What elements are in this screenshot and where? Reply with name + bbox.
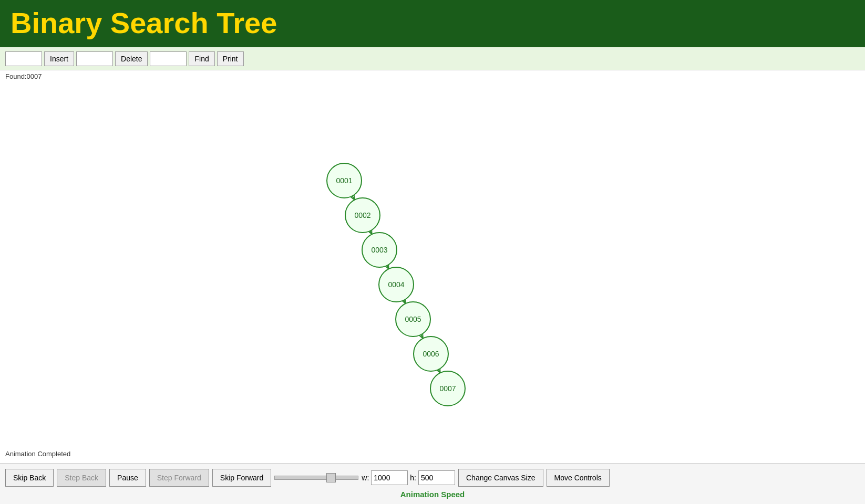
skip-forward-button[interactable]: Skip Forward <box>212 469 271 487</box>
status-bar: Found:0007 <box>0 70 865 85</box>
w-label: w: <box>362 474 369 482</box>
bottom-row1: Skip Back Step Back Pause Step Forward S… <box>5 469 860 487</box>
app-header: Binary Search Tree <box>0 0 865 47</box>
skip-back-button[interactable]: Skip Back <box>5 469 54 487</box>
svg-text:0005: 0005 <box>405 315 421 323</box>
find-input[interactable] <box>150 51 187 66</box>
svg-text:0001: 0001 <box>336 176 352 185</box>
speed-slider-container <box>274 476 358 480</box>
tree-node-n4: 0004 <box>379 267 414 302</box>
find-button[interactable]: Find <box>189 51 214 66</box>
svg-text:0003: 0003 <box>371 246 387 254</box>
insert-input[interactable] <box>5 51 42 66</box>
bst-svg: 0001000200030004000500060007 <box>0 85 865 463</box>
delete-button[interactable]: Delete <box>115 51 148 66</box>
tree-node-n7: 0007 <box>430 371 465 406</box>
toolbar: Insert Delete Find Print <box>0 47 865 70</box>
tree-node-n6: 0006 <box>414 337 448 371</box>
tree-node-n1: 0001 <box>327 163 362 198</box>
animation-speed-slider[interactable] <box>274 476 358 480</box>
move-controls-button[interactable]: Move Controls <box>547 469 610 487</box>
canvas-height-input[interactable] <box>418 470 455 485</box>
svg-text:0002: 0002 <box>354 211 370 219</box>
h-label: h: <box>410 474 416 482</box>
found-status: Found:0007 <box>5 72 42 80</box>
delete-input[interactable] <box>76 51 113 66</box>
svg-text:0007: 0007 <box>439 384 456 393</box>
canvas-size-inputs: w: h: <box>362 470 455 485</box>
svg-text:0004: 0004 <box>388 280 404 289</box>
svg-text:0006: 0006 <box>423 350 439 358</box>
canvas-area: 0001000200030004000500060007 Animation C… <box>0 85 865 463</box>
bottom-controls: Skip Back Step Back Pause Step Forward S… <box>0 463 865 504</box>
tree-node-n3: 0003 <box>362 233 397 267</box>
tree-node-n2: 0002 <box>345 198 380 233</box>
pause-button[interactable]: Pause <box>109 469 146 487</box>
tree-node-n5: 0005 <box>396 302 430 337</box>
animation-status: Animation Completed <box>5 450 70 458</box>
animation-speed-label: Animation Speed <box>5 490 860 499</box>
step-forward-button[interactable]: Step Forward <box>149 469 209 487</box>
insert-button[interactable]: Insert <box>44 51 74 66</box>
canvas-width-input[interactable] <box>371 470 408 485</box>
print-button[interactable]: Print <box>217 51 244 66</box>
step-back-button[interactable]: Step Back <box>57 469 106 487</box>
change-canvas-size-button[interactable]: Change Canvas Size <box>458 469 543 487</box>
app-title: Binary Search Tree <box>11 6 277 40</box>
